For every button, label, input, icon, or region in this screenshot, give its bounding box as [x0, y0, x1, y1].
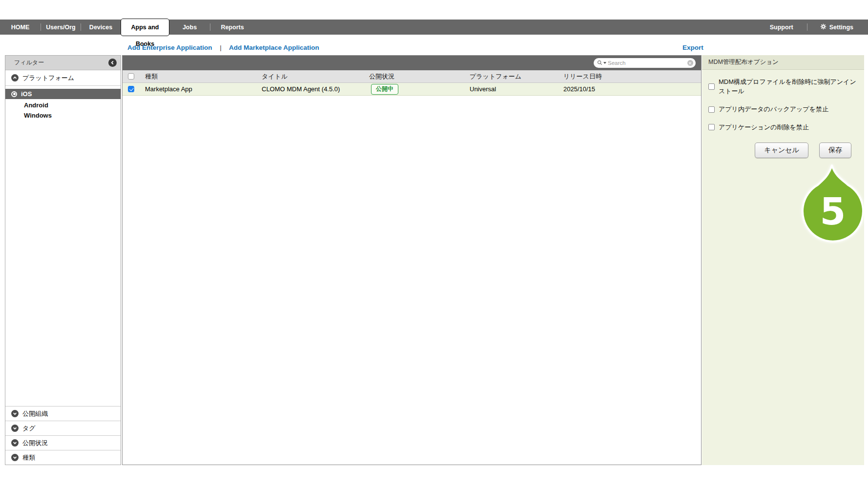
filter-title: フィルター	[14, 59, 44, 67]
nav-tab-devices[interactable]: Devices	[81, 24, 121, 31]
panel-title: MDM管理配布オプション	[708, 58, 779, 66]
panel-options: MDM構成プロファイルを削除時に強制アンインストール アプリ内データのバックアッ…	[702, 70, 864, 132]
sidebar-collapse-button[interactable]	[108, 59, 117, 67]
chevron-down-icon	[11, 425, 19, 432]
step-5-badge: 5	[799, 163, 867, 245]
option-label: アプリケーションの削除を禁止	[719, 123, 809, 132]
panel-buttons: キャンセル 保存	[702, 142, 864, 158]
search-scope-caret-icon[interactable]	[603, 62, 606, 64]
row-checkbox[interactable]	[128, 86, 134, 92]
chevron-down-icon	[11, 454, 19, 461]
chevron-down-icon	[11, 439, 19, 447]
option-checkbox[interactable]	[708, 124, 715, 130]
table-header-row: 種類 タイトル 公開状況 プラットフォーム リリース日時	[123, 70, 701, 83]
step-badge-number: 5	[820, 190, 846, 233]
option-label: MDM構成プロファイルを削除時に強制アンインストール	[719, 78, 857, 96]
cell-platform: Universal	[470, 85, 563, 93]
table-row[interactable]: Marketplace App CLOMO MDM Agent (4.5.0) …	[123, 83, 701, 96]
nav-support-link[interactable]: Support	[756, 24, 807, 31]
nav-tab-reports[interactable]: Reports	[210, 24, 254, 31]
nav-settings-link[interactable]: Settings	[807, 23, 853, 31]
app-window: HOME Users/Org Devices Apps and Books Jo…	[0, 0, 868, 488]
option-forbid-backup[interactable]: アプリ内データのバックアップを禁止	[708, 105, 857, 114]
add-marketplace-application-link[interactable]: Add Marketplace Application	[229, 44, 319, 51]
gear-icon	[820, 23, 827, 31]
applications-table: 種類 タイトル 公開状況 プラットフォーム リリース日時 Marketplace…	[122, 55, 702, 465]
nav-tab-jobs[interactable]: Jobs	[169, 24, 210, 31]
filter-sidebar: フィルター プラットフォーム iOS Android Windows 公開組織	[5, 55, 121, 465]
filter-platform-label: プラットフォーム	[22, 74, 74, 82]
filter-section-label: 種類	[22, 453, 35, 462]
filter-section-publish-status[interactable]: 公開状況	[5, 435, 121, 450]
platform-item-android[interactable]: Android	[5, 101, 121, 109]
filter-section-label: 公開組織	[22, 409, 48, 418]
column-header-release-date[interactable]: リリース日時	[563, 72, 701, 81]
nav-tab-users-org[interactable]: Users/Org	[41, 24, 81, 31]
filter-section-label: タグ	[22, 424, 36, 433]
table-toolbar	[123, 56, 701, 70]
cancel-button[interactable]: キャンセル	[755, 142, 808, 158]
add-enterprise-application-link[interactable]: Add Enterprise Application	[127, 44, 212, 51]
panel-header: MDM管理配布オプション	[702, 55, 864, 70]
chevron-down-icon	[11, 410, 19, 417]
radio-selected-icon	[11, 91, 17, 97]
search-box[interactable]	[594, 58, 696, 68]
column-header-platform[interactable]: プラットフォーム	[470, 72, 563, 81]
status-badge: 公開中	[371, 84, 398, 95]
platform-item-label: iOS	[21, 90, 32, 98]
search-clear-icon[interactable]	[687, 60, 693, 66]
filter-section-label: 公開状況	[22, 439, 48, 447]
search-icon	[597, 59, 602, 67]
column-header-type[interactable]: 種類	[145, 72, 262, 81]
cell-release-date: 2025/10/15	[563, 85, 701, 93]
nav-tab-apps-and-books[interactable]: Apps and Books	[121, 19, 169, 36]
option-checkbox[interactable]	[708, 83, 715, 90]
export-link[interactable]: Export	[682, 44, 703, 51]
column-header-title[interactable]: タイトル	[262, 72, 369, 81]
filter-section-type[interactable]: 種類	[5, 450, 121, 465]
save-button[interactable]: 保存	[819, 142, 851, 158]
option-label: アプリ内データのバックアップを禁止	[719, 105, 828, 114]
nav-settings-label: Settings	[829, 24, 853, 31]
option-forbid-app-removal[interactable]: アプリケーションの削除を禁止	[708, 123, 857, 132]
platform-item-windows[interactable]: Windows	[5, 111, 121, 120]
select-all-checkbox[interactable]	[128, 73, 134, 80]
filter-sidebar-header: フィルター	[5, 56, 121, 70]
sidebar-spacer	[5, 120, 121, 406]
mdm-options-panel: MDM管理配布オプション MDM構成プロファイルを削除時に強制アンインストール …	[702, 55, 864, 465]
cell-title: CLOMO MDM Agent (4.5.0)	[262, 85, 369, 93]
nav-right-group: Support Settings	[756, 23, 868, 31]
nav-tab-home[interactable]: HOME	[0, 24, 41, 31]
option-checkbox[interactable]	[708, 106, 715, 113]
option-force-uninstall[interactable]: MDM構成プロファイルを削除時に強制アンインストール	[708, 78, 857, 96]
chevron-up-icon	[11, 74, 19, 81]
filter-section-publish-org[interactable]: 公開組織	[5, 406, 121, 421]
filter-section-platform[interactable]: プラットフォーム	[5, 70, 121, 86]
links-separator: |	[220, 44, 222, 51]
search-input[interactable]	[608, 60, 687, 66]
filter-section-tag[interactable]: タグ	[5, 421, 121, 435]
table-empty-area	[123, 96, 701, 465]
cell-type: Marketplace App	[145, 85, 262, 93]
platform-item-ios[interactable]: iOS	[5, 89, 121, 99]
top-nav: HOME Users/Org Devices Apps and Books Jo…	[0, 20, 868, 35]
app-action-links: Add Enterprise Application | Add Marketp…	[127, 44, 319, 51]
column-header-status[interactable]: 公開状況	[369, 72, 470, 81]
